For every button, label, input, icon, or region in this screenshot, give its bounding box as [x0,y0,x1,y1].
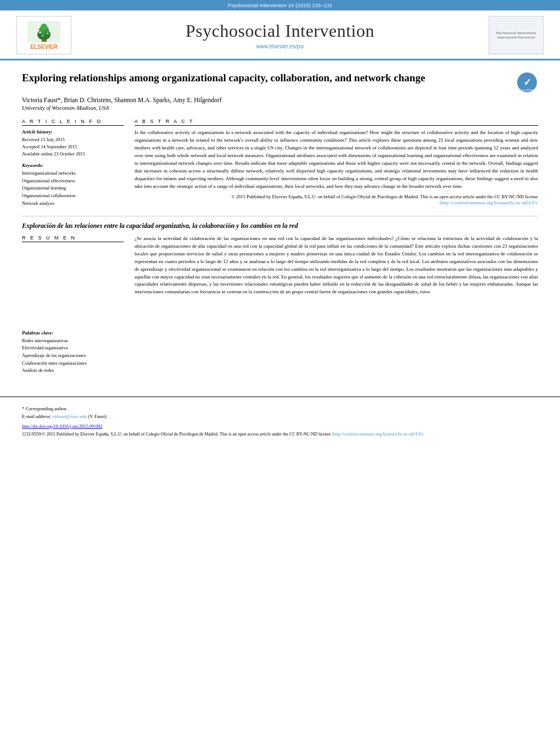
left-column: A R T I C L E I N F O Article history: R… [22,119,124,207]
history-label: Article history: [22,129,124,135]
license-link[interactable]: (http://creativecommons.org/licenses/by-… [440,200,538,205]
authors: Victoria Faust*, Brian D. Christens, Sha… [22,97,538,103]
spanish-section: Exploración de las relaciones entre la c… [22,216,538,375]
crossmark-icon[interactable]: ✓ CrossMark [516,71,538,93]
es-keyword-2: Efectividad organizativa [22,344,124,352]
svg-text:✓: ✓ [523,77,531,88]
elsevier-logo: ELSEVIER [16,16,71,54]
keywords-label: Keywords: [22,163,124,168]
corresponding-text: * Corresponding author. [22,406,67,411]
right-column: A B S T R A C T Is the collaborative act… [135,119,538,207]
spanish-title: Exploración de las relaciones entre la c… [22,222,538,231]
footer-doi: http://dx.doi.org/10.1016/j.psi.2015.09.… [22,423,538,429]
available-date: Available online 23 October 2015 [22,151,85,157]
email-suffix: (V. Faust). [88,414,108,419]
footer-license-link[interactable]: (http://creativecommons.org/licenses/by-… [332,432,424,437]
es-keyword-4: Colaboración entre organizaciones [22,360,124,367]
resumen-label: R E S U M E N [22,235,124,242]
spanish-right-col: ¿Se asocia la actividad de colaboración … [135,235,538,375]
journal-cover-image: Psychosocial Intervention Intervención P… [489,16,544,54]
authors-text: Victoria Faust*, Brian D. Christens, Sha… [22,97,222,103]
corresponding-note: * Corresponding author. [22,406,538,411]
email-label: E-mail address: [22,414,51,419]
elsevier-text-label: ELSEVIER [30,44,57,50]
svg-text:CrossMark: CrossMark [520,88,534,92]
journal-url: www.elsevier.es/psi [71,43,489,49]
abstract-text: Is the collaborative activity of organiz… [135,129,538,191]
email-link[interactable]: vnfaust@wisc.edu [52,414,87,419]
accepted-date: Accepted 14 September 2015 [22,144,77,149]
abstract-section-label: A B S T R A C T [135,119,538,126]
abstract-paragraph: Is the collaborative activity of organiz… [135,129,538,191]
keyword-4: Organizational collaboration [22,192,124,200]
svg-point-4 [39,31,41,34]
resumen-text: ¿Se asocia la actividad de colaboración … [135,235,538,297]
journal-title-center: Psychosocial Intervention www.elsevier.e… [71,21,489,49]
es-keyword-3: Aprendizaje de las organizaciones [22,352,124,360]
article-body: A R T I C L E I N F O Article history: R… [22,119,538,207]
svg-point-3 [41,24,47,30]
footer-license: 1132-0559/© 2015 Published by Elsevier E… [22,431,538,437]
journal-header: ELSEVIER Psychosocial Intervention www.e… [0,10,560,60]
article-title: Exploring relationships among organizati… [22,71,425,85]
affiliation: University of Wisconsin–Madison, USA [22,105,538,111]
spanish-keywords-label: Palabras clave: [22,330,124,336]
keyword-2: Organizational effectiveness [22,177,124,185]
keyword-3: Organizational learning [22,185,124,192]
svg-point-6 [42,35,43,36]
footer: * Corresponding author. E-mail address: … [0,397,560,443]
doi-link[interactable]: http://dx.doi.org/10.1016/j.psi.2015.09.… [22,423,102,429]
received-date: Received 13 July 2015 [22,137,65,142]
article-info-section-label: A R T I C L E I N F O [22,119,124,126]
footer-email-line: E-mail address: vnfaust@wisc.edu (V. Fau… [22,414,538,419]
keywords-list: Interorganizational networks Organizatio… [22,170,124,207]
elsevier-tree-image [27,21,60,43]
es-keyword-1: Redes interorganizativas [22,337,124,345]
journal-citation-bar: Psychosocial Intervention 24 (2015) 125–… [0,0,560,10]
tree-icon [29,21,59,42]
journal-title: Psychosocial Intervention [71,21,489,41]
keyword-1: Interorganizational networks [22,170,124,177]
cover-text: Psychosocial Intervention Intervención P… [496,31,536,40]
spanish-keywords-list: Redes interorganizativas Efectividad org… [22,337,124,375]
es-keyword-5: Análisis de redes [22,367,124,375]
article-content: Exploring relationships among organizati… [0,60,560,386]
license-main-text: © 2015 Published by Elsevier España, S.L… [232,194,538,199]
license-text: © 2015 Published by Elsevier España, S.L… [135,194,538,207]
journal-citation: Psychosocial Intervention 24 (2015) 125–… [228,2,333,8]
svg-point-5 [47,32,48,34]
footer-license-text: 1132-0559/© 2015 Published by Elsevier E… [22,432,331,437]
spanish-keywords-section: Palabras clave: Redes interorganizativas… [22,330,124,375]
spanish-left-col: R E S U M E N Palabras clave: Redes inte… [22,235,124,375]
article-title-section: Exploring relationships among organizati… [22,71,538,93]
spanish-body: R E S U M E N Palabras clave: Redes inte… [22,235,538,375]
keyword-5: Network analysis [22,200,124,208]
article-history: Received 13 July 2015 Accepted 14 Septem… [22,136,124,157]
